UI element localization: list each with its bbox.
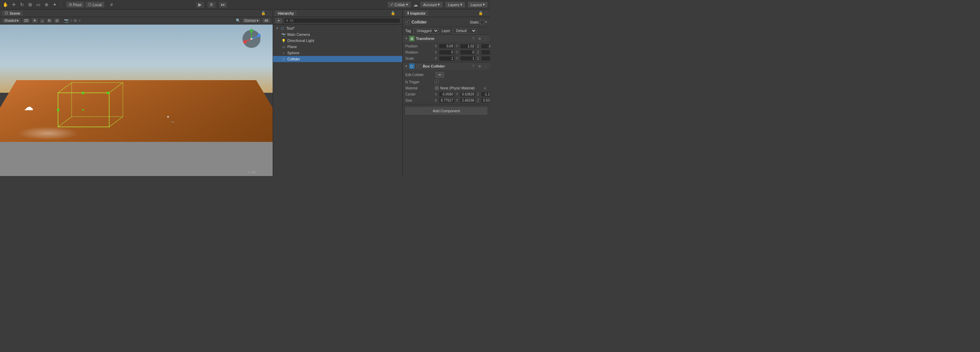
size-z-input[interactable] [481,98,490,103]
box-collider-arrow: ▼ [405,65,408,68]
inspector-menu-icon[interactable]: ⋮ [484,11,488,15]
edit-collider-button[interactable]: ✏ [435,72,444,78]
hierarchy-item-test[interactable]: ▼ ⬡ Test* ⋮ [273,25,402,32]
scale-y-group: Y [456,56,476,61]
layout-label: Layout [471,3,482,7]
account-button[interactable]: Account ▾ [420,2,443,8]
gameobject-name[interactable]: Collider [412,20,468,25]
lock-icon[interactable]: 🔓 [261,11,266,15]
cloud-icon[interactable]: ☁ [413,2,418,8]
hierarchy-search-input[interactable] [284,18,400,23]
center-z-input[interactable] [481,92,490,97]
size-x-input[interactable] [439,98,455,103]
svg-text:z: z [258,35,259,37]
layout-button[interactable]: Layout ▾ [468,2,488,8]
box-collider-menu-icon[interactable]: ⋮ [483,64,488,68]
tab-inspector[interactable]: ℹ Inspector [405,10,428,16]
tab-hierarchy[interactable]: Hierarchy [275,11,296,16]
inspector-lock-icon[interactable]: 🔓 [479,11,483,15]
static-checkbox[interactable] [480,20,484,24]
scale-tool-icon[interactable]: ⊞ [27,2,33,8]
hierarchy-item-light[interactable]: 💡 Directional Light [273,38,402,44]
test-options[interactable]: ⋮ [396,27,399,30]
hierarchy-item-camera[interactable]: 📷 Main Camera [273,32,402,38]
transform-header[interactable]: ▼ ⊞ Transform ? ⚙ ⋮ [402,35,490,42]
size-x-letter: X [435,98,438,102]
hierarchy-lock-icon[interactable]: 🔓 [391,11,396,15]
gizmo-iso-label[interactable]: ≡ Iso [248,170,256,174]
position-z-input[interactable] [481,44,490,49]
static-dropdown-icon[interactable]: ▾ [485,20,487,24]
2d-button[interactable]: 2D [22,18,30,23]
hierarchy-item-plane[interactable]: ▭ Plane [273,44,402,50]
rotation-label: Rotation [406,51,433,54]
custom-tool-icon[interactable]: ✦ [51,2,58,8]
hierarchy-item-collider[interactable]: ⬡ Collider [273,56,402,62]
scale-z-input[interactable] [481,56,490,61]
rotate-tool-icon[interactable]: ↻ [18,2,25,8]
position-y-input[interactable] [460,44,476,49]
step-button[interactable]: ⏭ [219,2,228,8]
center-y-input[interactable] [460,92,476,97]
pivot-button[interactable]: ⊙ Pivot [66,2,84,8]
layers-button[interactable]: Layers ▾ [445,2,465,8]
box-collider-help-icon[interactable]: ? [471,64,476,68]
material-circle-icon [435,86,439,90]
play-button[interactable]: ▶ [196,2,204,8]
svg-rect-6 [57,109,59,111]
transform-help-icon[interactable]: ? [471,36,476,41]
is-trigger-checkbox[interactable]: ✓ [435,80,439,84]
material-value: None (Physic Material) [435,86,480,90]
pivot-icon: ⊙ [69,2,72,7]
gizmos-button[interactable]: Gizmos ▾ [242,18,261,23]
svg-point-20 [250,38,253,40]
move-tool-icon[interactable]: ✛ [10,2,17,8]
rotation-z-input[interactable] [481,50,490,55]
pause-button[interactable]: ⏸ [207,2,216,8]
layer-label: Layer [442,29,450,33]
hierarchy-item-sphere[interactable]: ○ Sphere [273,50,402,56]
box-collider-settings-icon[interactable]: ⚙ [477,64,482,68]
effects-toggle[interactable]: fx [46,18,52,23]
add-component-label: Add Component [433,109,460,113]
tag-dropdown[interactable]: Untagged [414,28,439,34]
add-component-button[interactable]: Add Component [406,107,487,114]
rotation-x-input[interactable] [439,50,455,55]
svg-text:y: y [250,30,252,32]
all-filter-button[interactable]: All [262,18,270,23]
local-button[interactable]: ⬡ Local [85,2,104,8]
size-y-input[interactable] [460,98,476,103]
svg-rect-9 [82,109,84,111]
tab-scene[interactable]: ⬡ Scene [2,10,23,16]
rect-tool-icon[interactable]: ▭ [35,2,41,8]
transform-tool-icon[interactable]: ⊕ [43,2,50,8]
gameobject-active-checkbox[interactable]: ✓ [406,20,409,24]
transform-menu-icon[interactable]: ⋮ [483,36,488,41]
svg-text:x: x [243,41,245,44]
box-collider-active-checkbox[interactable]: ✓ [417,64,421,68]
transform-settings-icon[interactable]: ⚙ [477,36,482,41]
hand-tool-icon[interactable]: ✋ [2,2,9,8]
grid-icon[interactable]: # [108,2,115,8]
hierarchy-add-button[interactable]: + [275,17,283,24]
audio-toggle[interactable]: ♪ [40,18,45,24]
scale-y-input[interactable] [460,56,476,61]
overlay-toggle[interactable]: ⊡ [54,18,60,23]
light-toggle[interactable]: ☀ [32,18,38,24]
grid-toggle[interactable]: ⊞ [74,18,77,23]
collab-button[interactable]: ✓ Collab ▾ [387,2,411,8]
hierarchy-menu-icon[interactable]: ⋮ [396,11,400,15]
scale-x-input[interactable] [439,56,455,61]
menu-icon[interactable]: ⋮ [267,11,270,15]
material-target-icon[interactable]: ◎ [482,86,487,90]
svg-rect-7 [107,92,109,94]
shaded-dropdown[interactable]: Shaded ▾ [2,18,21,23]
scale-y-letter: Y [456,57,459,60]
scene-viewport[interactable]: ☁ [0,25,273,176]
center-x-input[interactable] [439,92,455,97]
box-collider-header[interactable]: ▼ ⬡ ✓ Box Collider ? ⚙ ⋮ [402,62,490,70]
rotation-y-input[interactable] [460,50,476,55]
gizmo-widget[interactable]: x y z [241,29,262,49]
position-x-input[interactable] [439,44,455,49]
layer-dropdown[interactable]: Default [453,28,477,34]
